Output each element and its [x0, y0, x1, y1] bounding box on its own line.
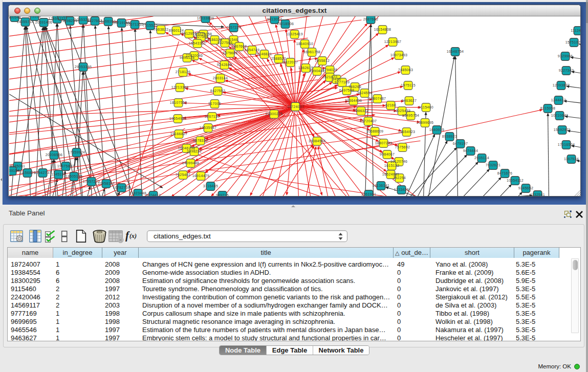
svg-text:10899695: 10899695 — [416, 121, 433, 124]
svg-text:1615132: 1615132 — [384, 164, 399, 167]
svg-text:900544: 900544 — [9, 16, 21, 19]
svg-text:8813054: 8813054 — [267, 17, 281, 21]
svg-text:10054112: 10054112 — [506, 179, 523, 182]
svg-text:1132541: 1132541 — [530, 193, 545, 196]
svg-text:1061901: 1061901 — [361, 192, 376, 196]
svg-text:10807487: 10807487 — [368, 97, 386, 100]
svg-text:13535947: 13535947 — [199, 126, 216, 129]
svg-text:8454749: 8454749 — [244, 48, 259, 52]
svg-text:1546: 1546 — [229, 38, 238, 41]
svg-text:6497568: 6497568 — [339, 89, 354, 92]
svg-text:3498222: 3498222 — [186, 149, 201, 153]
svg-text:9327505: 9327505 — [217, 41, 232, 45]
svg-text:16671355: 16671355 — [126, 23, 143, 26]
svg-text:12213967: 12213967 — [384, 40, 401, 43]
svg-text:19654923: 19654923 — [398, 130, 415, 134]
svg-text:19975887: 19975887 — [57, 164, 74, 168]
svg-text:3375685: 3375685 — [222, 51, 237, 55]
svg-text:12093872: 12093872 — [552, 83, 570, 87]
svg-text:16154808: 16154808 — [374, 28, 391, 31]
svg-text:10973493: 10973493 — [390, 53, 407, 57]
svg-text:3267130: 3267130 — [204, 115, 219, 118]
svg-text:8186328: 8186328 — [207, 38, 222, 41]
svg-text:2588520: 2588520 — [271, 57, 286, 60]
svg-text:16914479: 16914479 — [192, 174, 209, 178]
svg-text:19654985: 19654985 — [169, 117, 186, 120]
svg-text:12213369: 12213369 — [171, 85, 188, 89]
svg-text:9227343: 9227343 — [558, 69, 573, 72]
svg-text:17016504: 17016504 — [557, 143, 575, 146]
svg-text:15692971: 15692971 — [553, 128, 571, 132]
svg-text:6794028: 6794028 — [322, 68, 337, 72]
svg-text:2867608: 2867608 — [231, 45, 246, 48]
svg-text:9474412: 9474412 — [145, 193, 160, 196]
svg-text:10958117: 10958117 — [97, 182, 114, 185]
svg-text:1939154: 1939154 — [9, 169, 19, 172]
svg-text:20691406: 20691406 — [35, 20, 52, 24]
svg-text:7955812: 7955812 — [314, 59, 329, 62]
svg-text:9146821: 9146821 — [256, 52, 271, 56]
svg-text:16033809: 16033809 — [197, 16, 214, 20]
svg-text:9474444: 9474444 — [463, 149, 477, 152]
svg-text:20364436: 20364436 — [344, 99, 362, 102]
svg-text:7575692: 7575692 — [395, 145, 409, 149]
svg-text:(x): (x) — [129, 232, 137, 239]
svg-text:8215958: 8215958 — [540, 106, 555, 110]
svg-text:15495754: 15495754 — [402, 114, 419, 117]
svg-text:23300275: 23300275 — [265, 112, 282, 116]
svg-text:917006: 917006 — [208, 102, 221, 105]
svg-text:8322037: 8322037 — [282, 60, 297, 64]
svg-text:14055714: 14055714 — [16, 20, 34, 24]
svg-text:10688609: 10688609 — [366, 129, 383, 133]
svg-text:15751074: 15751074 — [565, 40, 581, 44]
svg-text:252254: 252254 — [393, 176, 405, 180]
svg-text:62160: 62160 — [385, 103, 396, 107]
svg-text:2803144: 2803144 — [212, 76, 227, 80]
svg-text:2718126: 2718126 — [175, 70, 190, 74]
svg-text:1733426: 1733426 — [394, 188, 408, 191]
svg-text:1640935: 1640935 — [429, 128, 444, 132]
svg-text:7357224: 7357224 — [226, 26, 241, 29]
svg-text:18107553: 18107553 — [169, 101, 187, 104]
svg-text:11156829: 11156829 — [19, 171, 36, 174]
svg-text:11923448: 11923448 — [129, 191, 146, 195]
svg-text:14099488: 14099488 — [182, 161, 199, 165]
svg-text:16524861: 16524861 — [382, 172, 399, 176]
svg-text:19384554: 19384554 — [308, 139, 325, 143]
svg-text:12942737: 12942737 — [34, 171, 51, 174]
svg-text:18807249: 18807249 — [375, 141, 392, 145]
svg-text:8427552: 8427552 — [210, 89, 225, 93]
svg-text:1145194: 1145194 — [51, 172, 66, 176]
svg-text:19218506: 19218506 — [276, 22, 294, 26]
svg-text:14136141: 14136141 — [372, 184, 389, 187]
svg-text:17359924: 17359924 — [68, 150, 85, 154]
svg-text:9245652: 9245652 — [518, 186, 533, 190]
svg-text:3716485: 3716485 — [203, 184, 217, 188]
svg-text:16648754: 16648754 — [446, 50, 464, 53]
svg-text:9242848: 9242848 — [216, 63, 231, 67]
svg-text:1112468: 1112468 — [571, 29, 581, 32]
svg-text:9463627: 9463627 — [401, 99, 416, 102]
svg-text:18640910: 18640910 — [296, 42, 313, 46]
svg-text:12505135: 12505135 — [65, 174, 82, 178]
svg-text:11325419: 11325419 — [286, 32, 302, 36]
svg-text:6479197: 6479197 — [452, 142, 467, 145]
svg-text:2687682: 2687682 — [363, 17, 378, 21]
svg-text:989215: 989215 — [215, 193, 228, 196]
svg-text:7632621: 7632621 — [485, 163, 500, 167]
svg-text:10025433: 10025433 — [393, 109, 410, 113]
svg-text:1244413: 1244413 — [551, 98, 565, 102]
svg-text:746266: 746266 — [348, 85, 361, 89]
svg-text:9329966: 9329966 — [557, 54, 572, 58]
svg-text:80731: 80731 — [57, 16, 68, 17]
svg-text:10120746: 10120746 — [390, 160, 407, 163]
svg-text:9777169: 9777169 — [334, 80, 349, 84]
svg-text:8471676: 8471676 — [497, 171, 512, 175]
svg-text:175316: 175316 — [28, 16, 40, 18]
svg-text:2935114: 2935114 — [474, 156, 489, 160]
svg-text:1167534: 1167534 — [564, 157, 579, 161]
svg-text:9896128: 9896128 — [179, 56, 194, 59]
svg-text:19166827: 19166827 — [170, 132, 187, 136]
svg-text:10210643: 10210643 — [551, 114, 568, 117]
svg-text:18724007: 18724007 — [287, 105, 304, 108]
